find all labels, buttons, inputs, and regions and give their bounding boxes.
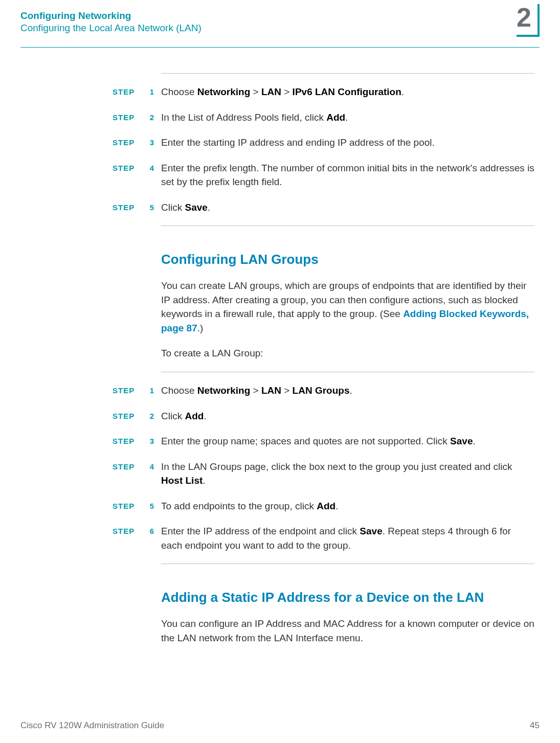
step-text: Choose Networking > LAN > IPv6 LAN Confi… [161,85,534,99]
step-row: STEP5Click Save. [113,200,534,215]
page: Configuring Networking Configuring the L… [0,0,560,743]
cross-reference-link[interactable]: Adding Blocked Keywords, page 87 [161,308,529,333]
step-row: STEP4In the LAN Groups page, click the b… [113,460,534,488]
footer-doc-title: Cisco RV 120W Administration Guide [20,721,164,731]
step-label: STEP3 [113,434,161,448]
step-text: Enter the group name; spaces and quotes … [161,434,534,448]
page-footer: Cisco RV 120W Administration Guide 45 [20,721,540,731]
step-text: In the List of Address Pools field, clic… [161,110,534,125]
page-header: Configuring Networking Configuring the L… [20,10,540,37]
para-lan-groups-intro: You can create LAN groups, which are gro… [161,279,534,335]
step-label: STEP3 [113,136,161,150]
step-label: STEP1 [113,85,161,99]
step-row: STEP4Enter the prefix length. The number… [113,161,534,189]
step-group-rule-top [161,73,534,74]
step-row: STEP6Enter the IP address of the endpoin… [113,524,534,552]
heading-static-ip: Adding a Static IP Address for a Device … [161,590,534,605]
step-label: STEP2 [113,409,161,423]
para-lan-groups-lead: To create a LAN Group: [161,346,534,361]
step-list-b: STEP1Choose Networking > LAN > LAN Group… [113,384,534,552]
step-label: STEP5 [113,499,161,513]
heading-lan-groups: Configuring LAN Groups [161,252,534,267]
step-label: STEP1 [113,384,161,398]
step-row: STEP5To add endpoints to the group, clic… [113,499,534,513]
step-row: STEP3Enter the group name; spaces and qu… [113,434,534,448]
step-row: STEP2Click Add. [113,409,534,423]
step-group-rule-a [161,226,534,226]
step-text: To add endpoints to the group, click Add… [161,499,534,513]
para-static-ip-intro: You can configure an IP Address and MAC … [161,617,534,645]
chapter-number-box: 2 [517,4,540,37]
step-label: STEP6 [113,524,161,552]
step-text: Enter the prefix length. The number of c… [161,161,534,189]
step-label: STEP4 [113,460,161,488]
step-label: STEP2 [113,110,161,125]
step-group-rule-b [161,564,534,564]
step-row: STEP3Enter the starting IP address and e… [113,136,534,150]
step-text: Enter the starting IP address and ending… [161,136,534,150]
step-text: Enter the IP address of the endpoint and… [161,524,534,552]
header-rule [20,47,540,48]
step-label: STEP5 [113,200,161,215]
content-area: STEP1Choose Networking > LAN > IPv6 LAN … [113,73,534,645]
step-text: Choose Networking > LAN > LAN Groups. [161,384,534,398]
step-row: STEP2In the List of Address Pools field,… [113,110,534,125]
step-row: STEP1Choose Networking > LAN > LAN Group… [113,384,534,398]
section-lan-groups: Configuring LAN Groups You can create LA… [161,252,534,361]
step-list-a: STEP1Choose Networking > LAN > IPv6 LAN … [113,85,534,214]
step-text: In the LAN Groups page, click the box ne… [161,460,534,488]
step-text: Click Add. [161,409,534,423]
section-subtitle: Configuring the Local Area Network (LAN) [20,22,517,34]
chapter-title: Configuring Networking [20,10,517,21]
step-text: Click Save. [161,200,534,215]
step-label: STEP4 [113,161,161,189]
step-group-rule-b-top [161,372,534,372]
step-row: STEP1Choose Networking > LAN > IPv6 LAN … [113,85,534,99]
header-titles: Configuring Networking Configuring the L… [20,10,517,34]
footer-page-number: 45 [530,721,540,731]
section-static-ip: Adding a Static IP Address for a Device … [161,590,534,645]
chapter-number: 2 [517,4,531,31]
